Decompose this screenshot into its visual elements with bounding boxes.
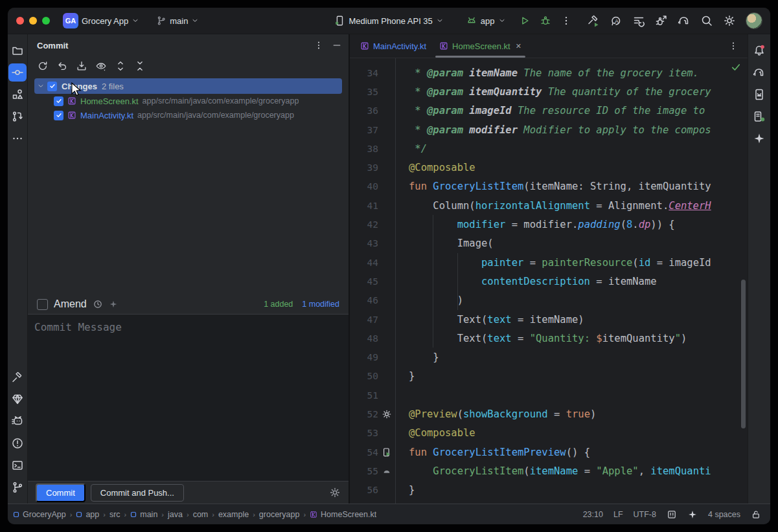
- breadcrumb-HomeScreen.kt[interactable]: HomeScreen.kt: [310, 510, 376, 519]
- tab-HomeScreen.kt[interactable]: HomeScreen.kt✕: [433, 34, 528, 58]
- amend-checkbox[interactable]: [37, 299, 48, 310]
- minimize-window-button[interactable]: [29, 17, 37, 25]
- build-hammer-run-icon[interactable]: [587, 14, 600, 27]
- rollback-icon[interactable]: [56, 60, 68, 72]
- code-line[interactable]: 44 painter = painterResource(id = imageI…: [350, 253, 748, 272]
- file-encoding[interactable]: UTF-8: [634, 510, 656, 519]
- changes-checkbox[interactable]: [47, 82, 57, 91]
- reader-mode-icon[interactable]: [667, 509, 677, 520]
- toolwindow-button-device-manager[interactable]: [750, 107, 768, 126]
- run-button[interactable]: [519, 15, 531, 27]
- breadcrumb-com[interactable]: com: [193, 510, 209, 519]
- code-line[interactable]: 41 Column(horizontalAlignment = Alignmen…: [350, 196, 748, 215]
- toolwindow-button-terminal[interactable]: [8, 456, 27, 474]
- commit-message-input[interactable]: Commit Message: [28, 314, 349, 482]
- device-selector[interactable]: Medium Phone API 35: [330, 12, 447, 30]
- gear-gutter-icon[interactable]: [378, 409, 395, 419]
- breadcrumb-main[interactable]: main: [130, 510, 157, 519]
- toolwindow-button-gradle-elephant[interactable]: [750, 63, 768, 82]
- debug-button[interactable]: [540, 15, 551, 27]
- breadcrumb-groceryapp[interactable]: groceryapp: [259, 510, 300, 519]
- commit-button[interactable]: Commit: [36, 483, 86, 502]
- project-selector[interactable]: GA Grocery App: [59, 12, 143, 30]
- breadcrumb-GroceryApp[interactable]: GroceryApp: [13, 510, 66, 519]
- collapse-all-icon[interactable]: [134, 60, 146, 72]
- ai-rename-icon[interactable]: A: [610, 14, 623, 27]
- expand-chevron-icon[interactable]: [37, 82, 45, 90]
- code-editor[interactable]: 34 * @param itemName The name of the gro…: [350, 58, 748, 504]
- more-actions-button[interactable]: [560, 15, 572, 27]
- commit-settings-icon[interactable]: [329, 487, 341, 498]
- settings-icon[interactable]: [723, 14, 736, 27]
- toolwindow-button-notifications-bell[interactable]: [750, 41, 768, 60]
- preview-badge-gutter-icon[interactable]: [378, 466, 395, 476]
- code-line[interactable]: 34 * @param itemName The name of the gro…: [350, 63, 748, 82]
- toolwindow-button-build-hammer[interactable]: [8, 368, 27, 386]
- code-line[interactable]: 54fun GroceryListItemPreview() {: [350, 443, 748, 461]
- maximize-window-button[interactable]: [42, 17, 50, 25]
- code-line[interactable]: 43 Image(: [350, 234, 748, 253]
- file-checkbox[interactable]: [54, 111, 63, 120]
- file-writable-icon[interactable]: [751, 509, 761, 520]
- breadcrumb-java[interactable]: java: [168, 510, 183, 519]
- branch-selector[interactable]: main: [152, 12, 203, 30]
- toolwindow-button-running-devices[interactable]: [750, 85, 768, 104]
- code-line[interactable]: 42 modifier = modifier.padding(8.dp)) {: [350, 215, 748, 234]
- panel-options-button[interactable]: [314, 40, 324, 50]
- code-line[interactable]: 35 * @param itemQuantity The quantity of…: [350, 82, 748, 101]
- code-line[interactable]: 46 ): [350, 291, 748, 310]
- attach-debugger-icon[interactable]: [655, 14, 668, 27]
- tab-MainActivity.kt[interactable]: MainActivity.kt: [354, 34, 433, 58]
- view-options-icon[interactable]: [95, 60, 107, 72]
- code-line[interactable]: 53@Composable: [350, 424, 748, 443]
- search-icon[interactable]: [700, 14, 713, 27]
- history-icon[interactable]: [93, 299, 103, 309]
- toolwindow-button-commit[interactable]: [8, 63, 27, 82]
- ai-sparkle-icon[interactable]: [109, 300, 118, 309]
- code-line[interactable]: 40fun GroceryListItem(itemName: String, …: [350, 177, 748, 196]
- code-line[interactable]: 50}: [350, 367, 748, 386]
- code-line[interactable]: 57: [350, 500, 748, 504]
- changed-file-row[interactable]: MainActivity.ktapp/src/main/java/com/exa…: [28, 108, 349, 122]
- toolwindow-button-gemini-sparkle[interactable]: [750, 129, 768, 148]
- tab-options-button[interactable]: [728, 41, 738, 51]
- code-line[interactable]: 48 Text(text = "Quantity: $itemQuantity"…: [350, 329, 748, 348]
- code-line[interactable]: 56}: [350, 481, 748, 500]
- run-tasks-icon[interactable]: [632, 14, 645, 27]
- code-line[interactable]: 55 GroceryListItem(itemName = "Apple", i…: [350, 461, 748, 480]
- close-window-button[interactable]: [16, 17, 24, 25]
- breadcrumb-src[interactable]: src: [109, 510, 120, 519]
- toolwindow-button-resource-shapes[interactable]: [8, 85, 27, 104]
- toolwindow-button-project-folder[interactable]: [8, 41, 27, 60]
- toolwindow-button-more-tools[interactable]: [8, 129, 27, 148]
- code-line[interactable]: 49 }: [350, 348, 748, 366]
- shelve-icon[interactable]: [76, 60, 87, 72]
- user-avatar[interactable]: [746, 12, 762, 29]
- run-config-selector[interactable]: app: [462, 12, 510, 30]
- caret-position[interactable]: 23:10: [583, 510, 603, 519]
- code-line[interactable]: 47 Text(text = itemName): [350, 310, 748, 329]
- code-line[interactable]: 37 * @param modifier Modifier to apply t…: [350, 120, 748, 139]
- toolwindow-button-logcat-cat[interactable]: [8, 412, 27, 430]
- code-line[interactable]: 39@Composable: [350, 158, 748, 177]
- expand-all-icon[interactable]: [115, 60, 126, 72]
- code-line[interactable]: 36 * @param imageId The resource ID of t…: [350, 102, 748, 120]
- run-file-gutter-icon[interactable]: [378, 447, 395, 458]
- changes-root-row[interactable]: Changes 2 files: [34, 78, 342, 94]
- breadcrumb-app[interactable]: app: [76, 510, 99, 519]
- close-tab-icon[interactable]: ✕: [516, 42, 521, 50]
- breadcrumb-example[interactable]: example: [218, 510, 249, 519]
- refresh-icon[interactable]: [37, 60, 49, 72]
- ai-assistant-icon[interactable]: [687, 509, 698, 520]
- hide-panel-button[interactable]: [332, 40, 342, 50]
- code-line[interactable]: 51: [350, 386, 748, 405]
- editor-scrollbar[interactable]: [741, 280, 746, 428]
- changed-file-row[interactable]: HomeScreen.ktapp/src/main/java/com/examp…: [28, 94, 349, 108]
- toolwindow-button-pull-requests[interactable]: [8, 107, 27, 126]
- code-line[interactable]: 38 */: [350, 139, 748, 158]
- gradle-sync-icon[interactable]: [678, 14, 691, 27]
- toolwindow-button-quality-gem[interactable]: [8, 390, 27, 408]
- file-checkbox[interactable]: [54, 96, 63, 106]
- line-separator[interactable]: LF: [613, 510, 623, 519]
- indent-setting[interactable]: 4 spaces: [708, 510, 740, 519]
